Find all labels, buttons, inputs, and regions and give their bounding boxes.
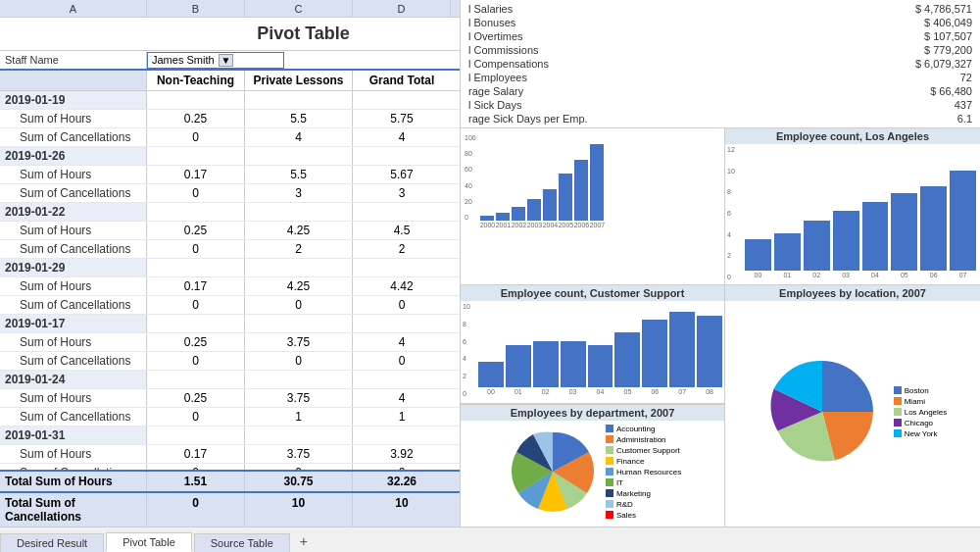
legend-color bbox=[894, 386, 902, 394]
stats-table: l Salaries$ 4,786,571l Bonuses$ 406,049l… bbox=[461, 0, 980, 128]
nonteaching-val: 0 bbox=[147, 128, 245, 146]
total-private: 30.75 bbox=[245, 472, 353, 491]
table-row: Sum of Cancellations 0 3 3 bbox=[0, 184, 460, 203]
stat-value: $ 6,079,327 bbox=[894, 58, 972, 70]
nonteaching-header: Non-Teaching bbox=[147, 71, 245, 90]
private-val: 3.75 bbox=[245, 333, 353, 351]
tab-pivot-table[interactable]: Pivot Table bbox=[106, 532, 192, 552]
legend-color bbox=[606, 435, 613, 443]
col-c: C bbox=[245, 0, 353, 17]
legend-label: Customer Support bbox=[616, 446, 680, 455]
grand-val: 3.92 bbox=[353, 445, 451, 463]
grand-total-header: Grand Total bbox=[353, 71, 451, 90]
nonteaching-val: 0.25 bbox=[147, 110, 245, 127]
legend-item: Marketing bbox=[606, 489, 681, 498]
row-label: Sum of Hours bbox=[0, 333, 147, 351]
charts-section: l Salaries$ 4,786,571l Bonuses$ 406,049l… bbox=[461, 0, 980, 527]
pivot-section: A B C D Pivot Table Staff Name James Smi… bbox=[0, 0, 461, 527]
top-bar-chart: 100806040200 bbox=[461, 128, 724, 285]
stats-row: l Salaries$ 4,786,571 bbox=[465, 2, 976, 16]
tab-desired-result[interactable]: Desired Result bbox=[0, 533, 104, 552]
private-val: 2 bbox=[245, 240, 353, 258]
stat-value: $ 66,480 bbox=[894, 85, 972, 97]
staff-name-filter[interactable]: James Smith ▼ bbox=[147, 52, 284, 69]
legend-label: Boston bbox=[905, 386, 929, 395]
row-label: Sum of Hours bbox=[0, 110, 147, 127]
row-label: Sum of Hours bbox=[0, 277, 147, 295]
grand-val: 1 bbox=[353, 408, 451, 426]
location-pie-title: Employees by location, 2007 bbox=[725, 285, 980, 301]
la-chart-title: Employee count, Los Angeles bbox=[725, 128, 980, 144]
stat-value: $ 406,049 bbox=[894, 17, 972, 28]
legend-label: Administration bbox=[616, 435, 666, 444]
stats-row: l Bonuses$ 406,049 bbox=[465, 16, 976, 29]
legend-item: New York bbox=[894, 429, 948, 438]
legend-label: New York bbox=[905, 429, 938, 438]
stats-left: l Salaries$ 4,786,571l Bonuses$ 406,049l… bbox=[465, 2, 976, 125]
stats-row: rage Salary$ 66,480 bbox=[465, 84, 976, 98]
add-tab-button[interactable]: + bbox=[292, 530, 316, 552]
stat-label: l Sick Days bbox=[468, 99, 521, 111]
table-row: Sum of Hours 0.25 3.75 4 bbox=[0, 333, 460, 352]
date-group-row: 2019-01-17 bbox=[0, 315, 460, 333]
pivot-title: Pivot Table bbox=[147, 18, 460, 50]
stat-label: l Bonuses bbox=[468, 17, 515, 28]
grand-val: 4 bbox=[353, 128, 451, 146]
table-row: Sum of Cancellations 0 0 0 bbox=[0, 296, 460, 315]
legend-color bbox=[606, 489, 613, 497]
nonteaching-val: 0.17 bbox=[147, 445, 245, 463]
col-indicators: A B C D bbox=[0, 0, 460, 18]
legend-item: Accounting bbox=[606, 425, 681, 433]
table-row: Sum of Hours 0.25 3.75 4 bbox=[0, 389, 460, 408]
date-cell: 2019-01-31 bbox=[0, 427, 147, 444]
stats-row: rage Sick Days per Emp.6.1 bbox=[465, 112, 976, 125]
private-val: 5.5 bbox=[245, 166, 353, 183]
date-group-row: 2019-01-26 bbox=[0, 147, 460, 166]
private-val: 3 bbox=[245, 184, 353, 202]
legend-color bbox=[606, 468, 613, 476]
legend-label: Marketing bbox=[616, 489, 651, 498]
legend-label: Sales bbox=[616, 511, 636, 520]
staff-name-label: Staff Name bbox=[0, 51, 147, 69]
date-cell: 2019-01-19 bbox=[0, 91, 147, 109]
date-cell: 2019-01-22 bbox=[0, 203, 147, 221]
filter-dropdown-icon[interactable]: ▼ bbox=[219, 54, 234, 67]
legend-item: Miami bbox=[894, 397, 948, 406]
legend-item: Finance bbox=[606, 457, 681, 466]
stat-value: $ 779,200 bbox=[894, 44, 972, 56]
nonteaching-val: 0 bbox=[147, 184, 245, 202]
legend-label: R&D bbox=[616, 500, 633, 509]
location-legend: BostonMiamiLos AngelesChicagoNew York bbox=[894, 386, 948, 438]
legend-item: Boston bbox=[894, 386, 948, 395]
legend-color bbox=[606, 446, 613, 454]
grand-val: 4.5 bbox=[353, 222, 451, 239]
emp-count-custsupport-chart: Employee count, Customer Support 1086420 bbox=[461, 285, 724, 404]
stat-value: 6.1 bbox=[894, 113, 972, 125]
private-val: 4.25 bbox=[245, 277, 353, 295]
date-group-row: 2019-01-19 bbox=[0, 91, 460, 110]
grand-val: 4 bbox=[353, 389, 451, 407]
private-val: 0 bbox=[245, 296, 353, 314]
tab-source-table[interactable]: Source Table bbox=[194, 533, 290, 552]
legend-label: Miami bbox=[905, 397, 925, 406]
private-val: 4 bbox=[245, 128, 353, 146]
stats-row: l Employees72 bbox=[465, 71, 976, 84]
data-rows: 2019-01-19 Sum of Hours 0.25 5.5 5.75 Su… bbox=[0, 91, 460, 470]
stat-label: l Employees bbox=[468, 72, 527, 83]
total-private: 10 bbox=[245, 493, 353, 527]
date-cell: 2019-01-29 bbox=[0, 259, 147, 276]
total-nonteaching: 1.51 bbox=[147, 472, 245, 491]
private-val: 3.75 bbox=[245, 445, 353, 463]
legend-item: Human Resources bbox=[606, 468, 681, 477]
row-label: Sum of Cancellations bbox=[0, 352, 147, 370]
stat-label: l Commissions bbox=[468, 44, 539, 56]
legend-item: Los Angeles bbox=[894, 408, 948, 417]
nonteaching-val: 0 bbox=[147, 408, 245, 426]
date-group-row: 2019-01-24 bbox=[0, 371, 460, 389]
row-label: Sum of Cancellations bbox=[0, 128, 147, 146]
emp-count-la-chart: Employee count, Los Angeles 121086420 bbox=[725, 128, 980, 285]
spreadsheet-area: A B C D Pivot Table Staff Name James Smi… bbox=[0, 0, 980, 527]
total-grand: 32.26 bbox=[353, 472, 451, 491]
grand-val: 0 bbox=[353, 296, 451, 314]
private-val: 4.25 bbox=[245, 222, 353, 239]
